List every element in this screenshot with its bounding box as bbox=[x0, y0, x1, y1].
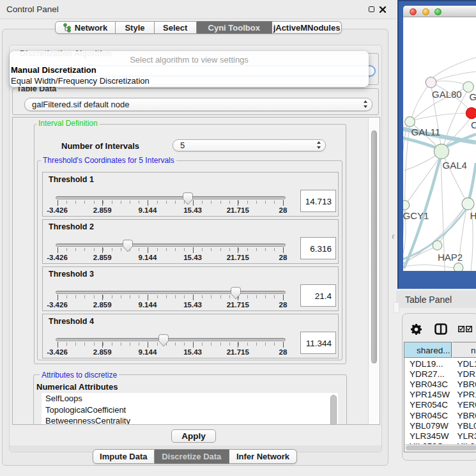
svg-text:GCY1: GCY1 bbox=[403, 210, 429, 221]
svg-text:HAP2: HAP2 bbox=[438, 252, 463, 263]
svg-text:H: H bbox=[470, 210, 476, 221]
svg-text:C: C bbox=[471, 119, 476, 130]
svg-text:GAL11: GAL11 bbox=[411, 127, 441, 137]
svg-text:GAL: GAL bbox=[470, 91, 476, 102]
svg-text:GAL80: GAL80 bbox=[432, 89, 462, 100]
svg-text:GAL4: GAL4 bbox=[443, 160, 467, 171]
